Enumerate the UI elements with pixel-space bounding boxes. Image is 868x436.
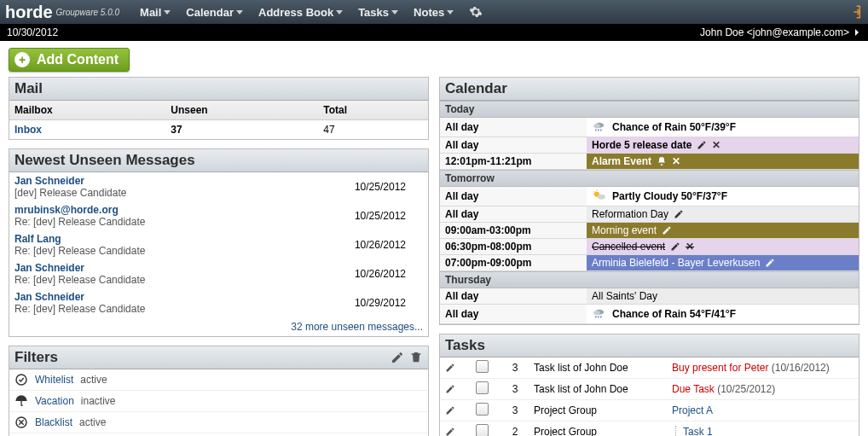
- pencil-icon[interactable]: [445, 427, 466, 436]
- task-priority: 3: [501, 379, 529, 400]
- message-date: 10/25/2012: [355, 181, 423, 193]
- task-name-link[interactable]: Project A: [672, 404, 713, 416]
- message-date: 10/26/2012: [355, 239, 423, 251]
- current-user[interactable]: John Doe <john@example.com>: [700, 26, 849, 38]
- mail-widget: Mail Mailbox Unseen Total Inbox 37 47: [9, 77, 429, 140]
- pencil-icon[interactable]: [391, 351, 404, 364]
- calendar-time: All day: [440, 137, 587, 153]
- menu-calendar[interactable]: Calendar: [186, 6, 243, 19]
- message-row[interactable]: Jan SchneiderRe: [dev] Release Candidate…: [9, 259, 428, 288]
- task-name-link[interactable]: Buy present for Peter: [672, 362, 768, 374]
- pencil-icon[interactable]: [445, 363, 466, 373]
- task-due-date: (10/16/2012): [772, 362, 830, 374]
- calendar-event[interactable]: Arminia Bielefeld - Bayer Leverkusen: [587, 255, 859, 270]
- info-bar: 10/30/2012 John Doe <john@example.com>: [0, 24, 868, 41]
- message-row[interactable]: Ralf LangRe: [dev] Release Candidate10/2…: [9, 230, 428, 259]
- add-content-label: Add Content: [37, 52, 119, 67]
- calendar-row: 09:00am-03:00pmMorning event: [440, 223, 859, 239]
- calendar-event-text: All Saints' Day: [592, 290, 657, 302]
- app-logo: horde: [5, 3, 53, 22]
- pencil-icon[interactable]: [445, 405, 466, 416]
- menu-mail[interactable]: Mail: [140, 6, 171, 19]
- pencil-icon[interactable]: [670, 241, 680, 252]
- message-from[interactable]: Jan Schneider: [14, 262, 355, 274]
- message-row[interactable]: mrubinsk@horde.orgRe: [dev] Release Cand…: [9, 201, 428, 230]
- calendar-event[interactable]: All Saints' Day: [587, 288, 859, 304]
- message-subject: Re: [dev] Release Candidate: [14, 216, 355, 228]
- top-menu-bar: horde Groupware 5.0.0 Mail Calendar Addr…: [0, 0, 868, 24]
- task-name-link[interactable]: Due Task: [672, 383, 715, 395]
- calendar-section-header: Tomorrow: [440, 170, 859, 187]
- message-subject: Re: [dev] Release Candidate: [14, 274, 355, 286]
- filter-name-link[interactable]: Vacation: [35, 395, 74, 407]
- calendar-event[interactable]: Reformation Day: [587, 206, 859, 222]
- task-checkbox[interactable]: [476, 360, 489, 373]
- task-due-date: (10/25/2012): [717, 383, 775, 395]
- filter-row: Spam Filter inactive: [9, 433, 428, 436]
- calendar-event-text: Alarm Event: [592, 155, 651, 167]
- add-content-button[interactable]: + Add Content: [9, 48, 130, 72]
- weather-rain-icon: [592, 306, 607, 322]
- message-from[interactable]: Ralf Lang: [14, 233, 355, 245]
- pencil-icon[interactable]: [765, 258, 775, 268]
- task-checkbox[interactable]: [476, 381, 489, 394]
- calendar-event[interactable]: Cancelled event✕: [587, 239, 859, 254]
- task-list-name: Task list of John Doe: [529, 379, 667, 400]
- calendar-widget-title: Calendar: [445, 80, 507, 97]
- task-row: 3Project GroupProject A: [440, 400, 859, 421]
- message-date: 10/25/2012: [355, 210, 423, 222]
- message-row[interactable]: Jan SchneiderRe: [dev] Release Candidate…: [9, 288, 428, 317]
- message-from[interactable]: mrubinsk@horde.org: [14, 204, 355, 216]
- chevron-down-icon: [164, 10, 171, 15]
- calendar-event[interactable]: Alarm Event✕: [587, 154, 859, 169]
- logout-icon[interactable]: [848, 4, 863, 20]
- task-checkbox[interactable]: [476, 424, 489, 436]
- calendar-time: 09:00am-03:00pm: [440, 223, 587, 238]
- pencil-icon[interactable]: [445, 384, 466, 394]
- gear-icon[interactable]: [469, 5, 483, 19]
- pencil-icon[interactable]: [697, 140, 707, 150]
- close-icon[interactable]: ✕: [672, 155, 680, 167]
- calendar-time: 06:30pm-08:00pm: [440, 239, 587, 254]
- calendar-event-text: Chance of Rain 50°F/39°F: [612, 121, 736, 133]
- more-unseen-link[interactable]: 32 more unseen messages...: [9, 317, 428, 336]
- task-name-link[interactable]: Task 1: [672, 426, 713, 436]
- calendar-event[interactable]: Partly Cloudy 50°F/37°F: [587, 187, 859, 206]
- left-column: Mail Mailbox Unseen Total Inbox 37 47 Ne…: [9, 77, 429, 436]
- message-row[interactable]: Jan Schneider[dev] Release Candidate10/2…: [9, 172, 428, 201]
- trash-icon[interactable]: [409, 351, 423, 364]
- message-from[interactable]: Jan Schneider: [14, 175, 355, 187]
- calendar-widget: Calendar TodayAll dayChance of Rain 50°F…: [439, 77, 859, 325]
- calendar-event[interactable]: Chance of Rain 54°F/41°F: [587, 305, 859, 323]
- filter-name-link[interactable]: Blacklist: [35, 416, 72, 428]
- pencil-icon[interactable]: [674, 209, 684, 219]
- calendar-event-text: Arminia Bielefeld - Bayer Leverkusen: [592, 257, 760, 269]
- menu-notes[interactable]: Notes: [414, 6, 454, 19]
- filter-name-link[interactable]: Whitelist: [35, 374, 73, 386]
- message-date: 10/26/2012: [355, 268, 423, 280]
- calendar-event[interactable]: Horde 5 release date✕: [587, 137, 859, 153]
- umbrella-icon: [14, 394, 28, 408]
- calendar-row: All dayAll Saints' Day: [440, 288, 859, 305]
- add-content-row: + Add Content: [0, 41, 868, 77]
- close-icon[interactable]: ✕: [686, 241, 694, 253]
- filter-row: Blacklist active: [9, 411, 428, 433]
- task-row: 3Task list of John DoeBuy present for Pe…: [440, 358, 859, 379]
- calendar-event[interactable]: Chance of Rain 50°F/39°F: [587, 118, 859, 137]
- mail-col-unseen: Unseen: [165, 101, 318, 120]
- calendar-row: All dayReformation Day: [440, 206, 859, 223]
- right-column: Calendar TodayAll dayChance of Rain 50°F…: [439, 77, 859, 436]
- pencil-icon[interactable]: [662, 225, 672, 235]
- menu-address-book[interactable]: Address Book: [258, 6, 343, 19]
- calendar-event[interactable]: Morning event: [587, 223, 859, 238]
- calendar-row: All dayHorde 5 release date✕: [440, 137, 859, 154]
- close-icon[interactable]: ✕: [712, 139, 720, 151]
- main-menu: Mail Calendar Address Book Tasks Notes: [140, 5, 483, 19]
- tasks-widget: Tasks 3Task list of John DoeBuy present …: [439, 334, 859, 436]
- menu-tasks[interactable]: Tasks: [358, 6, 398, 19]
- svg-point-11: [593, 311, 600, 315]
- task-checkbox[interactable]: [476, 403, 489, 416]
- calendar-event-text: Morning event: [592, 224, 657, 236]
- message-from[interactable]: Jan Schneider: [14, 291, 355, 303]
- mailbox-inbox-link[interactable]: Inbox: [14, 124, 42, 136]
